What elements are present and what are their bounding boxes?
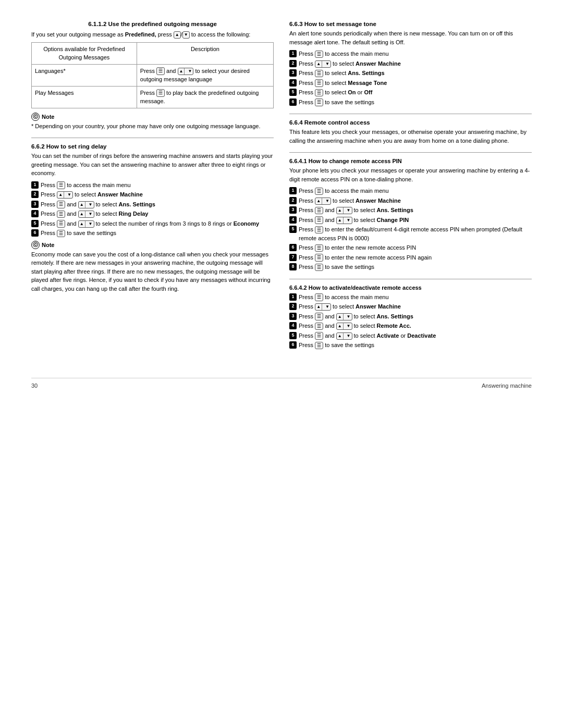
menu-icon: ☰: [315, 313, 323, 320]
step-number: 4: [289, 216, 297, 224]
note-text: * Depending on your country, your phone …: [31, 122, 274, 131]
table-row: Play Messages Press ☰ to play back the p…: [32, 86, 274, 108]
options-table: Options available for Predefined Outgoin…: [31, 42, 274, 108]
section-6641-steps: 1 Press ☰ to access the main menu 2 Pres…: [289, 187, 532, 272]
step-text: Press ☰ to enter the new remote access P…: [299, 243, 532, 252]
list-item: 3 Press ☰ and ▲▼ to select Ans. Settings: [31, 200, 274, 209]
section-664-intro: This feature lets you check your message…: [289, 128, 532, 145]
nav-updown-icon: ▲▼: [178, 68, 194, 75]
section-6641: 6.6.4.1 How to change remote access PIN …: [289, 158, 532, 272]
table-cell-play-desc: Press ☰ to play back the predefined outg…: [137, 86, 273, 108]
step-number: 4: [31, 210, 39, 217]
note-662: ⓒ Note Economy mode can save you the cos…: [31, 241, 274, 293]
step-text: Press ▲▼ to select Answer Machine: [299, 196, 532, 205]
step-text: Press ☰ to save the settings: [299, 341, 532, 350]
list-item: 6 Press ☰ to save the settings: [31, 229, 274, 238]
table-cell-languages: Languages*: [32, 64, 137, 86]
list-item: 6 Press ☰ to save the settings: [289, 98, 532, 107]
step-text: Press ☰ and ▲▼ to select Ans. Settings: [41, 200, 274, 209]
menu-icon: ☰: [315, 264, 323, 272]
list-item: 1 Press ☰ to access the main menu: [289, 50, 532, 58]
list-item: 3 Press ☰ and ▲▼ to select Ans. Settings: [289, 312, 532, 321]
step-number: 2: [31, 191, 39, 198]
nav-icon: ▲▼: [78, 220, 94, 228]
step-text: Press ☰ to access the main menu: [299, 50, 532, 58]
step-number: 8: [289, 263, 297, 270]
nav-icon: ▲▼: [78, 201, 94, 208]
section-662-title: 6.6.2 How to set ring delay: [31, 143, 274, 150]
step-text: Press ☰ to select Ans. Settings: [299, 69, 532, 78]
step-text: Press ☰ to access the main menu: [41, 181, 274, 190]
step-number: 7: [289, 254, 297, 261]
menu-icon: ☰: [315, 332, 323, 340]
nav-icon: ▲▼: [78, 211, 94, 218]
step-number: 3: [289, 69, 297, 77]
step-number: 1: [31, 181, 39, 189]
menu-icon: ☰: [315, 207, 323, 215]
step-number: 2: [289, 197, 297, 204]
left-column: 6.1.1.2 Use the predefined outgoing mess…: [31, 21, 274, 357]
nav-icon: ▲▼: [336, 332, 352, 340]
section-664-title: 6.6.4 Remote control access: [289, 119, 532, 126]
divider-1: [31, 138, 274, 138]
list-item: 3 Press ☰ to select Ans. Settings: [289, 69, 532, 78]
step-number: 2: [289, 60, 297, 67]
nav-icon: ▲▼: [336, 217, 352, 224]
nav-icon: ▲▼: [336, 207, 352, 214]
section-6642-steps: 1 Press ☰ to access the main menu 2 Pres…: [289, 293, 532, 350]
menu-icon: ☰: [315, 216, 323, 224]
menu-icon: ☰: [57, 220, 65, 228]
nav-icon: ▲▼: [315, 303, 331, 311]
note-icon: ⓒ: [31, 241, 40, 249]
menu-icon: ☰: [315, 323, 323, 330]
footer-right: Answering machine: [482, 382, 532, 389]
section-6112: 6.1.1.2 Use the predefined outgoing mess…: [31, 21, 274, 130]
menu-icon: ☰: [315, 51, 323, 58]
nav-icon: ▲▼: [336, 313, 352, 320]
section-664: 6.6.4 Remote control access This feature…: [289, 119, 532, 145]
step-number: 4: [289, 79, 297, 87]
menu-icon: ☰: [315, 254, 323, 262]
nav-up-icon: ▲: [174, 31, 181, 39]
menu-icon: ☰: [57, 230, 65, 238]
list-item: 6 Press ☰ to save the settings: [289, 341, 532, 350]
menu-icon: ☰: [315, 342, 323, 350]
note-6112: ⓒ Note * Depending on your country, your…: [31, 113, 274, 131]
note-title: ⓒ Note: [31, 241, 274, 249]
step-text: Press ▲▼ to select Answer Machine: [299, 59, 532, 68]
note-title: ⓒ Note: [31, 113, 274, 121]
step-text: Press ☰ and ▲▼ to select Activate or Dea…: [299, 331, 532, 340]
step-text: Press ☰ to enter the new remote access P…: [299, 253, 532, 262]
menu-icon: ☰: [57, 211, 65, 218]
menu-icon: ☰: [57, 181, 65, 189]
list-item: 5 Press ☰ and ▲▼ to select Activate or D…: [289, 331, 532, 340]
step-text: Press ☰ to save the settings: [299, 98, 532, 107]
section-6641-title: 6.6.4.1 How to change remote access PIN: [289, 158, 532, 164]
list-item: 4 Press ☰ to select Message Tone: [289, 79, 532, 88]
list-item: 2 Press ▲▼ to select Answer Machine: [289, 196, 532, 205]
step-number: 1: [289, 293, 297, 301]
nav-icon: ▲▼: [315, 60, 331, 68]
step-number: 1: [289, 50, 297, 57]
list-item: 6 Press ☰ to enter the new remote access…: [289, 243, 532, 252]
step-number: 5: [289, 332, 297, 339]
list-item: 2 Press ▲▼ to select Answer Machine: [31, 190, 274, 199]
step-number: 5: [31, 220, 39, 227]
list-item: 5 Press ☰ to select On or Off: [289, 88, 532, 97]
step-text: Press ▲▼ to select Answer Machine: [299, 302, 532, 311]
section-663-title: 6.6.3 How to set message tone: [289, 21, 532, 27]
step-number: 6: [289, 244, 297, 251]
step-text: Press ☰ to enter the default/current 4-d…: [299, 225, 532, 242]
menu-icon: ☰: [315, 244, 323, 252]
table-header-description: Description: [137, 42, 273, 64]
section-6112-intro: If you set your outgoing message as Pred…: [31, 30, 274, 39]
step-number: 1: [289, 187, 297, 194]
step-text: Press ☰ and ▲▼ to select Ans. Settings: [299, 206, 532, 215]
menu-button-icon: ☰: [156, 67, 165, 75]
list-item: 1 Press ☰ to access the main menu: [289, 293, 532, 302]
page-footer: 30 Answering machine: [31, 378, 532, 389]
step-text: Press ☰ and ▲▼ to select the number of r…: [41, 219, 274, 228]
section-662-steps: 1 Press ☰ to access the main menu 2 Pres…: [31, 181, 274, 238]
menu-icon: ☰: [315, 89, 323, 97]
list-item: 5 Press ☰ to enter the default/current 4…: [289, 225, 532, 242]
